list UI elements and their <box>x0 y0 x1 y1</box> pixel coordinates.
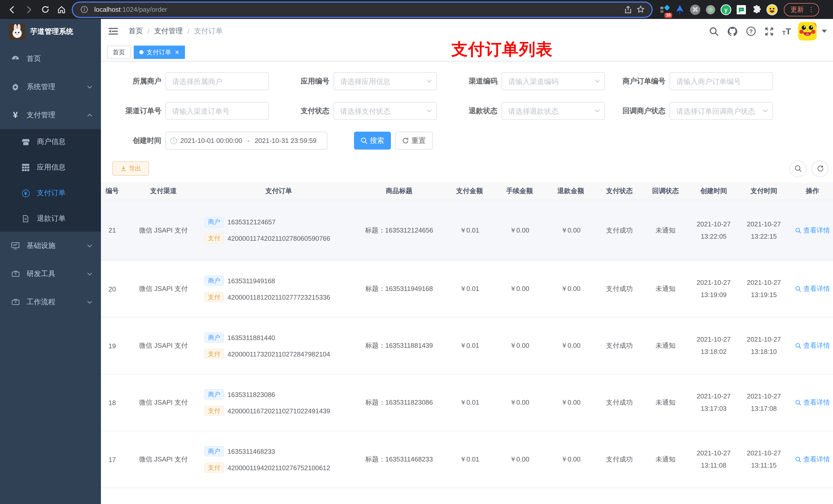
monitor-chart-icon <box>10 241 21 250</box>
extension-dot-icon[interactable] <box>704 3 717 16</box>
fullscreen-icon[interactable] <box>764 26 775 37</box>
url-text[interactable]: localhost:1024/pay/order <box>94 6 622 13</box>
extension-chat-icon[interactable] <box>735 3 748 16</box>
cell-product-title: 标题：1635311823086 <box>353 375 445 431</box>
tab-pay-order[interactable]: 支付订单 ✕ <box>134 46 185 59</box>
table-row[interactable]: 21 微信 JSAPI 支付 商户 1635312124657 支付 42000… <box>101 200 833 261</box>
user-avatar[interactable] <box>798 22 817 41</box>
pay-order-number: 4200001167202110271022491439 <box>228 407 330 415</box>
sidebar-toggle-icon[interactable] <box>108 26 119 37</box>
gear-icon <box>10 82 21 91</box>
pay-order-number: 4200001194202110276752100612 <box>228 464 330 472</box>
yen-circle-icon: ¥ <box>21 189 31 197</box>
tab-close-icon[interactable]: ✕ <box>175 49 179 55</box>
cell-create-time: 2021-10-2713:18:02 <box>689 317 739 374</box>
notify-status-select[interactable] <box>670 102 773 120</box>
reload-icon[interactable] <box>38 2 52 17</box>
cell-id: 16 <box>101 488 127 504</box>
view-detail-link[interactable]: 查看详情 <box>795 341 830 350</box>
chrome-update-button[interactable]: 更新 ⋮ <box>784 3 819 16</box>
sidebar-item-workflow[interactable]: 工作流程 <box>0 288 101 316</box>
extensions-row: 10 ⌘ y 更新 ⋮ <box>657 3 819 16</box>
table-row[interactable]: 20 微信 JSAPI 支付 商户 1635311949168 支付 42000… <box>101 261 833 317</box>
address-bar[interactable]: localhost:1024/pay/order <box>73 2 652 17</box>
cell-product-title: 标题：1635311881439 <box>353 317 445 374</box>
sidebar-item-system[interactable]: 系统管理 <box>0 73 101 101</box>
table-row[interactable]: 16 商户 1635311351726 <box>101 488 833 504</box>
help-icon[interactable]: ? <box>745 26 757 37</box>
merchant-input[interactable] <box>165 72 269 90</box>
sidebar-item-pay[interactable]: ¥ 支付管理 <box>0 101 101 129</box>
sidebar-item-home[interactable]: 首页 <box>0 45 101 73</box>
font-size-icon[interactable]: TT <box>782 27 791 35</box>
channel-code-select[interactable] <box>502 72 605 90</box>
extension-badge: 10 <box>664 13 672 18</box>
breadcrumb-pay[interactable]: 支付管理 <box>154 27 183 36</box>
update-label: 更新 <box>790 5 804 14</box>
extension-grid-diamond-icon[interactable]: 10 <box>658 3 671 16</box>
export-button[interactable]: 导出 <box>112 161 149 176</box>
view-detail-link[interactable]: 查看详情 <box>795 284 830 293</box>
extension-kite-icon[interactable] <box>673 3 687 16</box>
sidebar-item-label: 应用信息 <box>37 163 66 172</box>
forward-icon[interactable] <box>22 2 36 17</box>
filter-channel-order-no: 渠道订单号 <box>105 102 273 120</box>
back-icon[interactable] <box>5 2 20 17</box>
table-row[interactable]: 18 微信 JSAPI 支付 商户 1635311823086 支付 42000… <box>101 375 833 431</box>
avatar-caret-icon[interactable] <box>822 30 827 33</box>
refund-status-select[interactable] <box>502 102 605 120</box>
cell-create-time: 2021-10-2713:17:03 <box>689 375 739 431</box>
sidebar-item-merchant-info[interactable]: 商户信息 <box>0 129 101 155</box>
show-search-icon[interactable] <box>789 160 806 177</box>
date-start: 2021-10-01 00:00:00 <box>180 137 242 144</box>
refresh-icon[interactable] <box>811 160 828 177</box>
merchant-order-line: 商户 1635311881440 <box>205 332 275 343</box>
cell-pay-amount <box>445 488 494 504</box>
chevron-down-icon <box>87 242 93 249</box>
merchant-order-no-input[interactable] <box>670 72 773 90</box>
cell-product-title: 标题：1635312124656 <box>353 200 445 260</box>
sidebar-item-pay-order[interactable]: ¥ 支付订单 <box>0 180 101 206</box>
view-detail-link[interactable]: 查看详情 <box>795 455 830 464</box>
chrome-menu-icon[interactable]: ⋮ <box>808 6 814 13</box>
cell-pay-amount: ￥0.01 <box>445 200 494 260</box>
app-logo[interactable]: 芋道管理系统 <box>0 19 101 45</box>
channel-order-no-input[interactable] <box>165 102 269 120</box>
cell-id: 18 <box>101 375 127 431</box>
cell-pay-channel: 微信 JSAPI 支付 <box>127 317 199 374</box>
extensions-puzzle-icon[interactable] <box>750 3 763 16</box>
view-detail-link[interactable]: 查看详情 <box>795 225 830 235</box>
search-icon[interactable] <box>709 26 720 37</box>
cell-pay-status: 支付成功 <box>596 431 642 488</box>
pay-tag: 支付 <box>205 292 224 302</box>
reset-button[interactable]: 重置 <box>395 131 433 149</box>
extension-command-icon[interactable]: ⌘ <box>689 3 702 16</box>
github-icon[interactable] <box>727 26 738 37</box>
chevron-down-icon <box>594 107 600 114</box>
cell-action: 查看详情 <box>789 261 833 317</box>
extension-y-icon[interactable]: y <box>719 3 733 16</box>
profile-emoji-icon[interactable] <box>765 3 779 16</box>
breadcrumb-home[interactable]: 首页 <box>128 27 143 36</box>
view-detail-link[interactable]: 查看详情 <box>795 398 830 407</box>
home-icon[interactable] <box>54 2 69 17</box>
share-icon[interactable] <box>622 5 634 14</box>
sidebar-item-infra[interactable]: 基础设施 <box>0 232 101 260</box>
sidebar-item-label: 基础设施 <box>27 241 87 250</box>
table-row[interactable]: 19 微信 JSAPI 支付 商户 1635311881440 支付 42000… <box>101 317 833 375</box>
site-info-icon[interactable] <box>78 6 90 13</box>
table-row[interactable]: 17 微信 JSAPI 支付 商户 1635311468233 支付 42000… <box>101 431 833 488</box>
cell-pay-status: 支付成功 <box>596 261 642 317</box>
sidebar-item-refund-order[interactable]: 退款订单 <box>0 206 101 232</box>
tab-home[interactable]: 首页 <box>107 46 130 59</box>
sidebar-item-devtools[interactable]: 研发工具 <box>0 260 101 288</box>
app-id-select[interactable] <box>334 72 437 90</box>
bookmark-star-icon[interactable] <box>634 5 646 14</box>
sidebar-item-app-info[interactable]: 应用信息 <box>0 155 101 180</box>
pay-order-line: 支付 4200001167202110271022491439 <box>205 406 330 416</box>
cell-pay-time <box>739 488 789 504</box>
pay-status-select[interactable] <box>334 102 437 120</box>
create-time-range-input[interactable]: 2021-10-01 00:00:00 - 2021-10-31 23:59:5… <box>165 131 327 149</box>
search-button[interactable]: 搜索 <box>354 131 391 149</box>
browser-toolbar: localhost:1024/pay/order 10 ⌘ y <box>0 0 833 19</box>
